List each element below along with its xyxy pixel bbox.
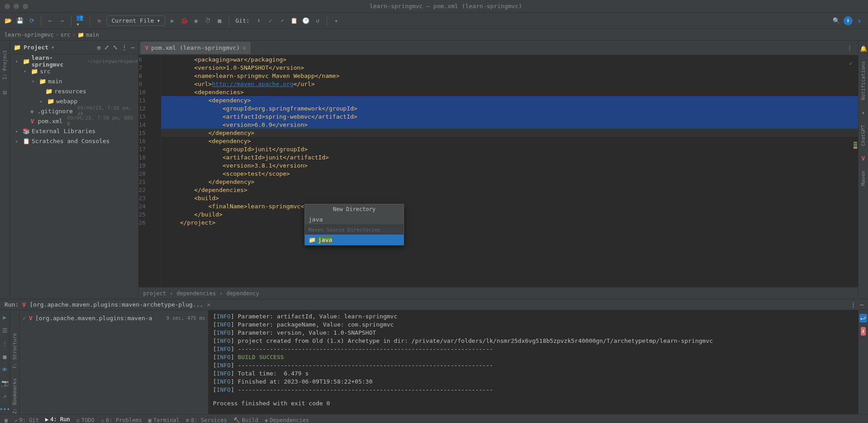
run-left-toolbar: ▶ ☰ ⋮ ■ 👁 📷 ↗ •••	[0, 310, 10, 414]
git-history-icon[interactable]: 📋	[289, 16, 299, 25]
minimize-icon[interactable]: —	[860, 301, 863, 308]
commit-tool-icon[interactable]: ⊡	[3, 89, 6, 96]
tree-external-libs[interactable]: ▸ 📚External Libraries	[10, 126, 138, 136]
status-problems[interactable]: ⚠ 6: Problems	[101, 417, 142, 423]
status-indicator[interactable]: ▣	[5, 417, 8, 423]
breadcrumb-item[interactable]: src	[61, 32, 71, 38]
camera-icon[interactable]: 📷	[1, 380, 9, 386]
git-commit-icon[interactable]: ✓	[266, 16, 275, 25]
tree-scratches[interactable]: ▸ 📋Scratches and Consoles	[10, 136, 138, 146]
status-services[interactable]: ⚙ 8: Services	[186, 417, 227, 423]
close-tab-icon[interactable]: ×	[207, 301, 211, 308]
maven-icon[interactable]: V	[862, 155, 865, 162]
run-icon[interactable]: ▶	[168, 16, 177, 25]
status-git[interactable]: ↗ 9: Git	[14, 417, 39, 423]
maximize-window[interactable]	[23, 4, 28, 9]
rerun-icon[interactable]: ▶	[3, 314, 7, 321]
tree-pom[interactable]: Vpom.xml 09/06/23, 7:58 pm, 889 B	[10, 116, 138, 126]
close-window[interactable]	[5, 4, 10, 9]
git-pull-icon[interactable]: ⬇	[254, 16, 263, 25]
eye-icon[interactable]: 👁	[2, 366, 8, 373]
run-label: Run:	[5, 301, 19, 308]
codewithme-icon[interactable]: 👥▾	[76, 16, 85, 25]
settings-icon[interactable]: ⬆	[844, 16, 853, 25]
build-icon[interactable]: ⚒	[95, 16, 104, 25]
stop-icon[interactable]: ■	[215, 16, 224, 25]
coverage-icon[interactable]: ◉	[192, 16, 201, 25]
notifications-icon[interactable]: 🔔	[860, 45, 867, 52]
breadcrumb-item[interactable]: main	[86, 32, 99, 38]
popup-suggestion-java[interactable]: 📁 java	[305, 235, 404, 245]
code-content[interactable]: <packaging>war</packaging> <version>1.0-…	[161, 55, 858, 287]
profile-icon[interactable]: ⏱	[203, 16, 212, 25]
tab-more-icon[interactable]: ⋮	[847, 44, 853, 51]
tree-root[interactable]: ▾ 📁 learn-springmvc ~/springworkspace	[10, 56, 138, 66]
tree-webapp[interactable]: ▸ 📁webapp	[10, 96, 138, 106]
run-anything-icon[interactable]: ⏵	[855, 16, 864, 25]
bookmarks-tool[interactable]: 2: Bookmarks	[12, 378, 18, 414]
chatgpt-icon[interactable]: ✦	[862, 109, 865, 116]
run-right-toolbar: ⮐ ⬇	[858, 310, 868, 414]
collapse-icon[interactable]: ⤡	[113, 44, 118, 51]
sync-icon[interactable]: ⟳	[27, 16, 36, 25]
status-terminal[interactable]: ▣ Terminal	[148, 417, 179, 423]
chevron-down-icon: ▾	[157, 17, 160, 24]
expand-icon[interactable]: ⤢	[104, 44, 109, 51]
more-icon[interactable]: ⋮	[850, 301, 856, 308]
run-tree-label: [org.apache.maven.plugins:maven-a	[35, 315, 152, 322]
extras-icon[interactable]: •••	[0, 406, 10, 413]
target-icon[interactable]: ◎	[97, 44, 101, 51]
git-log-icon[interactable]: 🕐	[301, 16, 310, 25]
export-icon[interactable]: ↗	[3, 393, 7, 399]
run-console[interactable]: [INFO] Parameter: artifactId, Value: lea…	[208, 310, 858, 414]
debug-icon[interactable]: 🐞	[180, 16, 189, 25]
more-icon[interactable]: ⋮	[121, 44, 127, 51]
maven-tool[interactable]: Maven	[860, 171, 866, 186]
back-icon[interactable]: ←	[46, 16, 55, 25]
minimize-icon[interactable]: —	[131, 44, 135, 51]
crumb-item[interactable]: dependencies	[177, 290, 216, 297]
crumb-sep: ›	[220, 290, 223, 297]
inspection-ok-icon[interactable]: ✓	[849, 60, 853, 67]
search-icon[interactable]: 🔍	[832, 16, 841, 25]
open-icon[interactable]: 📂	[4, 16, 13, 25]
project-tool-button[interactable]: 1: Project	[2, 50, 8, 80]
status-build[interactable]: 🔨 Build	[233, 417, 258, 423]
code-editor[interactable]: 6789 10111213 14151617 18192021 22232425…	[139, 55, 858, 287]
softwrap-icon[interactable]: ⮐	[859, 314, 867, 322]
filter-icon[interactable]: ☰	[2, 327, 8, 334]
tab-pom[interactable]: V pom.xml (learn-springmvc) ×	[140, 42, 251, 54]
status-run[interactable]: ▶ 4: Run	[45, 416, 70, 423]
status-deps[interactable]: ◈ Dependencies	[265, 417, 309, 423]
git-push-icon[interactable]: ⬈	[278, 16, 287, 25]
structure-tool[interactable]: 7: Structure	[12, 333, 18, 369]
run-tree: ✓ V [org.apache.maven.plugins:maven-a 9 …	[20, 310, 208, 414]
save-icon[interactable]: 💾	[15, 16, 24, 25]
tree-gitignore[interactable]: ◈.gitignore 09/06/23, 7:58 pm, 49	[10, 106, 138, 116]
tree-main[interactable]: ▾ 📁main	[10, 76, 138, 86]
scroll-icon[interactable]: ⬇	[861, 327, 866, 336]
window-controls	[5, 4, 28, 9]
chatgpt-tool[interactable]: ChatGPT	[860, 125, 866, 146]
separator	[71, 16, 72, 26]
tree-resources[interactable]: 📁resources	[10, 86, 138, 96]
crumb-item[interactable]: dependency	[227, 290, 259, 297]
stop-icon[interactable]: ■	[3, 353, 7, 360]
forward-icon[interactable]: →	[58, 16, 67, 25]
notifications-tool[interactable]: Notifications	[860, 61, 866, 100]
status-todo[interactable]: ☑ TODO	[76, 417, 94, 423]
chevron-down-icon[interactable]: ▾	[51, 44, 55, 51]
git-label: Git:	[236, 17, 250, 24]
run-tree-item[interactable]: ✓ V [org.apache.maven.plugins:maven-a 9 …	[23, 313, 205, 323]
run-config-selector[interactable]: Current File ▾	[106, 15, 165, 26]
close-tab-icon[interactable]: ×	[243, 44, 246, 51]
status-bar: ▣ ↗ 9: Git ▶ 4: Run ☑ TODO ⚠ 6: Problems…	[0, 414, 868, 423]
minimize-window[interactable]	[14, 4, 19, 9]
ai-icon[interactable]: ✦	[332, 16, 341, 25]
breadcrumb-item[interactable]: learn-springmvc	[5, 32, 53, 38]
crumb-item[interactable]: project	[143, 290, 166, 297]
more-icon[interactable]: ⋮	[2, 340, 8, 347]
directory-name-input[interactable]	[309, 216, 400, 223]
git-rollback-icon[interactable]: ↺	[313, 16, 322, 25]
run-tab-label[interactable]: [org.apache.maven.plugins:maven-archetyp…	[29, 301, 203, 308]
